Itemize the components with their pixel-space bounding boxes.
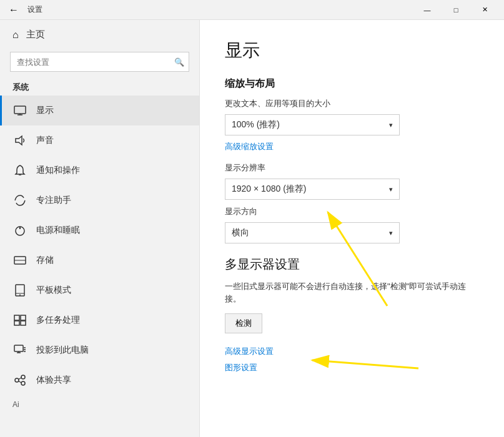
sidebar: ⌂ 主页 🔍 系统 显示 声音 通知和操作 xyxy=(0,20,200,437)
scale-section-heading: 缩放与布局 xyxy=(225,77,479,91)
svg-point-22 xyxy=(21,375,25,379)
notifications-icon xyxy=(12,163,27,178)
svg-point-11 xyxy=(19,295,21,296)
graphics-settings-link[interactable]: 图形设置 xyxy=(225,362,479,373)
orientation-dropdown[interactable]: 横向 ▾ xyxy=(225,222,400,243)
scale-field-label: 更改文本、应用等项目的大小 xyxy=(225,98,479,109)
svg-point-23 xyxy=(15,378,19,382)
svg-line-25 xyxy=(19,378,21,380)
resolution-field-label: 显示分辨率 xyxy=(225,162,479,174)
maximize-icon: □ xyxy=(454,6,458,14)
search-container: 🔍 xyxy=(10,52,189,72)
back-button[interactable]: ← xyxy=(5,1,22,19)
power-label: 电源和睡眠 xyxy=(36,225,80,236)
scale-dropdown[interactable]: 100% (推荐) ▾ xyxy=(225,114,400,135)
svg-rect-13 xyxy=(21,315,26,320)
notifications-label: 通知和操作 xyxy=(36,165,80,176)
page-title: 显示 xyxy=(225,39,479,62)
search-icon: 🔍 xyxy=(174,57,184,67)
svg-rect-0 xyxy=(14,106,26,114)
minimize-button[interactable]: — xyxy=(413,0,442,20)
scale-dropdown-value: 100% (推荐) xyxy=(232,119,280,130)
focus-label: 专注助手 xyxy=(36,195,71,206)
back-icon: ← xyxy=(9,4,19,16)
svg-rect-12 xyxy=(14,315,19,320)
sidebar-item-sound[interactable]: 声音 xyxy=(0,125,199,155)
sidebar-item-multitask[interactable]: 多任务处理 xyxy=(0,305,199,335)
project-label: 投影到此电脑 xyxy=(36,345,89,356)
advanced-display-link[interactable]: 高级显示设置 xyxy=(225,346,479,357)
sidebar-section-title: 系统 xyxy=(0,77,199,96)
resolution-dropdown-arrow: ▾ xyxy=(389,185,393,194)
svg-rect-15 xyxy=(21,321,26,325)
home-label: 主页 xyxy=(26,29,45,41)
multi-section-heading: 多显示器设置 xyxy=(225,256,479,273)
svg-rect-14 xyxy=(14,321,19,325)
tablet-label: 平板模式 xyxy=(36,285,71,296)
multitask-icon xyxy=(12,313,27,328)
svg-line-26 xyxy=(19,381,21,383)
storage-label: 存储 xyxy=(36,255,54,266)
project-icon xyxy=(12,343,27,358)
resolution-dropdown[interactable]: 1920 × 1080 (推荐) ▾ xyxy=(225,179,400,200)
advanced-scale-link[interactable]: 高级缩放设置 xyxy=(225,141,274,152)
sidebar-item-storage[interactable]: 存储 xyxy=(0,245,199,275)
window-controls: — □ ✕ xyxy=(413,0,499,20)
resolution-dropdown-value: 1920 × 1080 (推荐) xyxy=(232,184,306,195)
sidebar-item-focus[interactable]: 专注助手 xyxy=(0,185,199,215)
power-icon xyxy=(12,223,27,238)
sidebar-home-button[interactable]: ⌂ 主页 xyxy=(0,20,199,49)
sidebar-bottom-label: Ai xyxy=(0,395,199,414)
storage-icon xyxy=(12,253,27,268)
sidebar-item-share[interactable]: 体验共享 xyxy=(0,365,199,395)
search-input[interactable] xyxy=(10,52,189,72)
sound-label: 声音 xyxy=(36,135,54,146)
multi-description: 一些旧式显示器可能不会进行自动连接，选择"检测"即可尝试手动连接。 xyxy=(225,280,479,305)
scale-dropdown-arrow: ▾ xyxy=(389,121,393,129)
window-title: 设置 xyxy=(27,4,413,15)
titlebar: ← 设置 — □ ✕ xyxy=(0,0,504,20)
orientation-dropdown-arrow: ▾ xyxy=(389,229,393,237)
svg-point-24 xyxy=(21,381,25,385)
svg-marker-3 xyxy=(16,136,22,145)
display-label: 显示 xyxy=(36,105,54,116)
minimize-icon: — xyxy=(424,6,431,14)
main-container: ⌂ 主页 🔍 系统 显示 声音 通知和操作 xyxy=(0,20,504,437)
sidebar-item-display[interactable]: 显示 xyxy=(0,96,199,125)
share-label: 体验共享 xyxy=(36,375,71,386)
content-area: 显示 缩放与布局 更改文本、应用等项目的大小 100% (推荐) ▾ 高级缩放设… xyxy=(200,20,504,437)
orientation-field-label: 显示方向 xyxy=(225,206,479,217)
multitask-label: 多任务处理 xyxy=(36,315,80,326)
sidebar-item-notifications[interactable]: 通知和操作 xyxy=(0,155,199,185)
sidebar-item-tablet[interactable]: 平板模式 xyxy=(0,275,199,305)
close-button[interactable]: ✕ xyxy=(470,0,499,20)
share-icon xyxy=(12,373,27,388)
sidebar-item-power[interactable]: 电源和睡眠 xyxy=(0,215,199,245)
tablet-icon xyxy=(12,283,27,298)
focus-icon xyxy=(12,193,27,208)
svg-rect-16 xyxy=(14,345,23,351)
orientation-dropdown-value: 横向 xyxy=(232,227,249,238)
sound-icon xyxy=(12,133,27,148)
sidebar-item-project[interactable]: 投影到此电脑 xyxy=(0,335,199,365)
maximize-button[interactable]: □ xyxy=(442,0,470,20)
home-icon: ⌂ xyxy=(12,29,19,41)
display-icon xyxy=(12,103,27,118)
svg-rect-9 xyxy=(16,285,24,296)
detect-button[interactable]: 检测 xyxy=(225,313,262,333)
close-icon: ✕ xyxy=(482,6,488,14)
